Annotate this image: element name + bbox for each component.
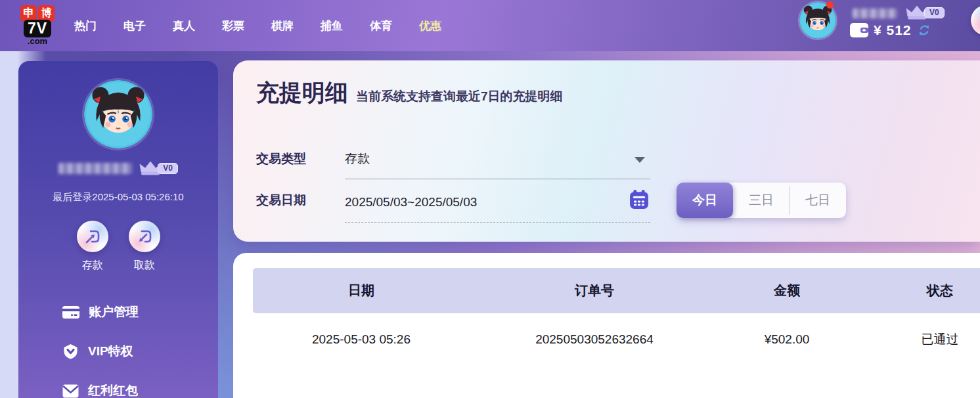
top-navbar: 申 博 7V .com 热门 电子 真人 彩票 棋牌 捕鱼 体育 优惠	[0, 0, 980, 51]
vip-shield-icon	[62, 343, 79, 359]
cell-date: 2025-05-03 05:26	[253, 332, 470, 347]
refresh-balance-icon[interactable]	[917, 23, 931, 37]
table-row: 2025-05-03 05:26 20250503052632664 ¥502.…	[253, 316, 980, 363]
transaction-date-input[interactable]: 2025/05/03~2025/05/03	[345, 183, 650, 223]
brand-logo[interactable]: 申 博 7V .com	[18, 5, 56, 46]
sidebar-username-blurred	[58, 163, 132, 174]
column-header-amount: 金额	[719, 282, 855, 299]
sidebar: V0 最后登录2025-05-03 05:26:10 存款	[18, 61, 218, 398]
floating-service-button[interactable]	[971, 5, 980, 35]
wallet-row: ¥ 512	[850, 22, 931, 38]
column-header-date: 日期	[253, 282, 470, 299]
nav-item-slots[interactable]: 电子	[123, 18, 146, 33]
transaction-type-value: 存款	[345, 150, 370, 167]
red-packet-icon	[62, 384, 79, 398]
brand-logo-main: 7V	[24, 20, 51, 37]
range-button-7days[interactable]: 七日	[790, 183, 846, 218]
wallet-icon	[850, 23, 868, 37]
withdraw-icon-circle	[129, 221, 160, 252]
records-table-panel: 日期 订单号 金额 状态 2025-05-03 05:26 2025050305…	[233, 253, 980, 398]
column-header-order: 订单号	[470, 282, 719, 299]
nav-item-fishing[interactable]: 捕鱼	[321, 18, 343, 33]
last-login-text: 最后登录2025-05-03 05:26:10	[18, 191, 218, 204]
sidebar-item-label: VIP特权	[88, 343, 133, 360]
sidebar-item-bonus[interactable]: 红利红包	[62, 383, 139, 398]
transaction-type-select[interactable]: 存款	[345, 139, 650, 179]
column-header-status: 状态	[855, 282, 980, 299]
cell-amount: ¥502.00	[719, 332, 855, 347]
page-subtitle: 当前系统支持查询最近7日的充提明细	[356, 88, 563, 105]
transaction-date-label: 交易日期	[256, 192, 306, 209]
calendar-icon[interactable]	[629, 190, 649, 210]
cell-status: 已通过	[855, 331, 980, 348]
nav-item-promo[interactable]: 优惠	[419, 18, 441, 33]
header-vip-badge: V0	[905, 4, 945, 21]
range-button-3days[interactable]: 三日	[733, 183, 790, 218]
vip-level-pill: V0	[924, 7, 945, 18]
withdraw-icon	[136, 228, 153, 245]
sidebar-item-label: 红利红包	[88, 382, 138, 398]
transaction-type-label: 交易类型	[256, 150, 306, 167]
deposit-icon	[84, 228, 101, 245]
page-title-row: 充提明细 当前系统支持查询最近7日的充提明细	[256, 77, 563, 108]
filter-panel: 充提明细 当前系统支持查询最近7日的充提明细 交易类型 存款 交易日期 2025…	[233, 60, 980, 242]
deposit-icon-circle	[77, 221, 108, 252]
sidebar-item-label: 账户管理	[89, 303, 139, 321]
sidebar-user-line: V0	[18, 160, 218, 177]
brand-logo-suffix: .com	[28, 37, 47, 46]
nav-item-hot[interactable]: 热门	[74, 18, 97, 33]
sidebar-avatar[interactable]	[84, 80, 152, 148]
deposit-button[interactable]: 存款	[77, 221, 108, 273]
nav-item-lottery[interactable]: 彩票	[222, 18, 244, 33]
vip-level-pill: V0	[158, 163, 178, 174]
sidebar-vip-badge: V0	[139, 160, 178, 177]
nav-item-live[interactable]: 真人	[173, 18, 195, 33]
transaction-date-value: 2025/05/03~2025/05/03	[345, 195, 477, 210]
notification-dot	[826, 1, 834, 9]
withdraw-button[interactable]: 取款	[129, 221, 160, 273]
main-nav: 热门 电子 真人 彩票 棋牌 捕鱼 体育 优惠	[74, 18, 441, 33]
chevron-down-icon	[635, 157, 645, 163]
range-button-today[interactable]: 今日	[677, 183, 733, 218]
header-username-blurred	[853, 9, 897, 18]
bank-card-icon	[62, 305, 79, 319]
nav-item-cards[interactable]: 棋牌	[271, 18, 294, 33]
table-header-row: 日期 订单号 金额 状态	[253, 268, 980, 313]
sidebar-menu: 账户管理 VIP特权 红利红包	[62, 304, 139, 398]
page: { "brand": { "logo_red_1": "申", "logo_re…	[0, 0, 980, 398]
sidebar-item-account[interactable]: 账户管理	[62, 304, 139, 320]
cell-order-number: 20250503052632664	[470, 332, 719, 347]
sidebar-item-vip[interactable]: VIP特权	[62, 343, 139, 359]
deposit-label: 存款	[77, 259, 108, 273]
sidebar-quick-actions: 存款 取款	[18, 221, 218, 273]
withdraw-label: 取款	[129, 259, 160, 273]
avatar-illustration	[84, 80, 152, 148]
page-title: 充提明细	[256, 77, 348, 108]
date-range-group: 今日 三日 七日	[677, 183, 846, 218]
nav-item-sports[interactable]: 体育	[370, 18, 392, 33]
balance-amount: ¥ 512	[874, 22, 912, 38]
